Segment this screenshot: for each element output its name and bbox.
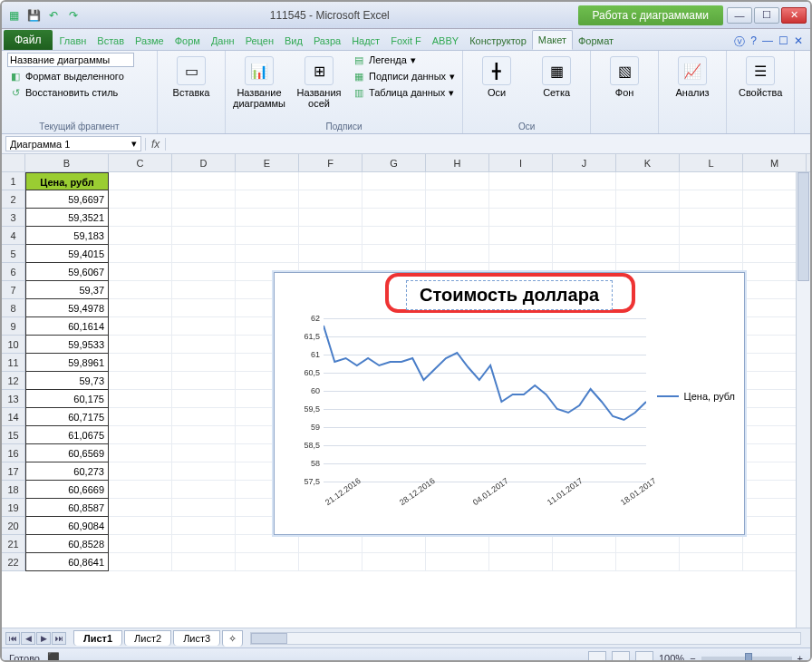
legend-button[interactable]: ▤Легенда ▾ — [351, 53, 457, 67]
cell-D20[interactable] — [172, 517, 236, 535]
gridlines-button[interactable]: ▦Сетка — [528, 53, 585, 102]
cell-I21[interactable] — [489, 535, 553, 553]
cell-B13[interactable]: 60,175 — [25, 390, 109, 408]
cell-I22[interactable] — [489, 553, 553, 571]
tab-data[interactable]: Данн — [206, 32, 240, 50]
col-header-K[interactable]: K — [616, 154, 680, 171]
cell-K4[interactable] — [616, 227, 680, 245]
worksheet-grid[interactable]: BCDEFGHIJKLM 1Цена, рубл259,6697359,3521… — [2, 154, 810, 628]
workbook-close-icon[interactable]: ✕ — [794, 34, 803, 50]
cell-F21[interactable] — [299, 535, 362, 553]
tab-ctx-layout[interactable]: Макет — [532, 30, 573, 50]
cell-K21[interactable] — [616, 535, 680, 553]
tab-insert[interactable]: Встав — [92, 32, 130, 50]
row-header-5[interactable]: 5 — [2, 245, 25, 263]
row-header-12[interactable]: 12 — [2, 372, 25, 390]
chart-title-button[interactable]: 📊Название диаграммы — [231, 53, 287, 112]
cell-D1[interactable] — [172, 172, 236, 190]
sheet-tab-1[interactable]: Лист1 — [73, 630, 122, 646]
tab-view[interactable]: Вид — [279, 32, 308, 50]
tab-developer[interactable]: Разра — [308, 32, 346, 50]
cell-C4[interactable] — [109, 227, 172, 245]
cell-J3[interactable] — [553, 209, 616, 227]
row-header-10[interactable]: 10 — [2, 336, 25, 354]
save-icon[interactable]: 💾 — [25, 7, 42, 24]
view-layout-button[interactable] — [612, 651, 630, 663]
col-header-D[interactable]: D — [172, 154, 236, 171]
cell-E2[interactable] — [236, 190, 299, 209]
col-header-G[interactable]: G — [362, 154, 426, 171]
cell-C13[interactable] — [109, 390, 172, 408]
chart-legend[interactable]: Цена, рубл — [657, 391, 735, 402]
cell-I1[interactable] — [489, 172, 553, 190]
row-header-1[interactable]: 1 — [2, 172, 25, 190]
row-header-22[interactable]: 22 — [2, 553, 25, 571]
cell-H22[interactable] — [426, 553, 489, 571]
row-header-20[interactable]: 20 — [2, 517, 25, 535]
cell-C20[interactable] — [109, 517, 172, 535]
cell-B7[interactable]: 59,37 — [25, 281, 109, 299]
nav-next-icon[interactable]: ▶ — [36, 632, 51, 645]
tab-foxit[interactable]: Foxit F — [385, 32, 427, 50]
tab-home[interactable]: Главн — [54, 32, 92, 50]
cell-D17[interactable] — [172, 462, 236, 481]
data-labels-button[interactable]: ▦Подписи данных ▾ — [351, 69, 457, 83]
cell-L1[interactable] — [680, 172, 743, 190]
cell-L21[interactable] — [680, 535, 743, 553]
nav-last-icon[interactable]: ⏭ — [52, 632, 66, 645]
cell-L4[interactable] — [680, 227, 743, 245]
cell-B6[interactable]: 59,6067 — [25, 263, 109, 281]
cell-J5[interactable] — [553, 245, 616, 263]
cell-G21[interactable] — [362, 535, 426, 553]
nav-first-icon[interactable]: ⏮ — [5, 632, 20, 645]
cell-C22[interactable] — [109, 553, 172, 571]
cell-J2[interactable] — [553, 190, 616, 209]
cell-J21[interactable] — [553, 535, 616, 553]
cell-B12[interactable]: 59,73 — [25, 372, 109, 390]
cell-K22[interactable] — [616, 553, 680, 571]
redo-icon[interactable]: ↷ — [65, 7, 82, 24]
vscroll-thumb[interactable] — [798, 172, 809, 281]
cell-B10[interactable]: 59,9533 — [25, 336, 109, 354]
cell-D12[interactable] — [172, 372, 236, 390]
select-all-corner[interactable] — [2, 154, 25, 172]
chart-plot-area[interactable]: 57,55858,55959,56060,56161,562 21.12.201… — [293, 318, 646, 509]
zoom-in-button[interactable]: + — [798, 653, 803, 663]
axis-titles-button[interactable]: ⊞Названия осей — [291, 53, 347, 112]
insert-shape-button[interactable]: ▭Вставка — [163, 53, 219, 102]
cell-G3[interactable] — [362, 209, 426, 227]
sheet-tab-2[interactable]: Лист2 — [124, 630, 171, 646]
cell-G2[interactable] — [362, 190, 426, 209]
row-header-11[interactable]: 11 — [2, 354, 25, 372]
name-box[interactable]: Диаграмма 1▾ — [5, 136, 141, 151]
chevron-down-icon[interactable]: ▾ — [131, 138, 137, 150]
workbook-restore-icon[interactable]: ☐ — [778, 34, 788, 50]
cell-C11[interactable] — [109, 354, 172, 372]
cell-B11[interactable]: 59,8961 — [25, 354, 109, 372]
cell-I3[interactable] — [489, 209, 553, 227]
data-table-button[interactable]: ▥Таблица данных ▾ — [351, 85, 457, 100]
properties-button[interactable]: ☰Свойства — [732, 53, 788, 102]
undo-icon[interactable]: ↶ — [45, 7, 62, 24]
col-header-H[interactable]: H — [426, 154, 489, 171]
cell-C19[interactable] — [109, 499, 172, 517]
cell-E21[interactable] — [236, 535, 299, 553]
cell-B17[interactable]: 60,273 — [25, 462, 109, 481]
cell-D15[interactable] — [172, 426, 236, 444]
cell-D8[interactable] — [172, 299, 236, 317]
cell-E4[interactable] — [236, 227, 299, 245]
cell-D9[interactable] — [172, 317, 236, 336]
cell-H4[interactable] — [426, 227, 489, 245]
help-icon[interactable]: ? — [750, 34, 757, 50]
cell-C5[interactable] — [109, 245, 172, 263]
cell-H5[interactable] — [426, 245, 489, 263]
tab-addins[interactable]: Надст — [346, 32, 385, 50]
ribbon-minimize-icon[interactable]: ⓥ — [734, 34, 745, 50]
cell-F22[interactable] — [299, 553, 362, 571]
sheet-nav[interactable]: ⏮ ◀ ▶ ⏭ — [5, 632, 66, 645]
row-header-16[interactable]: 16 — [2, 444, 25, 462]
cell-J22[interactable] — [553, 553, 616, 571]
close-button[interactable]: ✕ — [781, 7, 807, 24]
cell-L22[interactable] — [680, 553, 743, 571]
zoom-out-button[interactable]: − — [690, 653, 695, 663]
